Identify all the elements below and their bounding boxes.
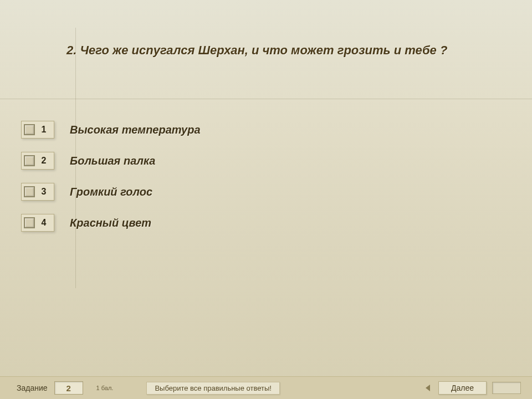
answer-checkbox-3[interactable]: 3 — [21, 183, 54, 201]
checkbox-icon — [24, 155, 35, 166]
answer-number: 2 — [35, 156, 54, 166]
answer-row: 3 Громкий голос — [21, 178, 201, 205]
answer-text: Большая палка — [70, 155, 155, 167]
answer-text: Громкий голос — [70, 186, 152, 198]
answer-number: 4 — [35, 218, 54, 228]
slide-stage: 2. Чего же испугался Шерхан, и что может… — [0, 0, 532, 399]
prev-arrow-icon[interactable] — [423, 382, 434, 393]
next-button[interactable]: Далее — [438, 381, 487, 395]
progress-box — [492, 382, 521, 394]
answer-row: 4 Красный цвет — [21, 209, 201, 236]
answers-block: 1 Высокая температура 2 Большая палка 3 … — [21, 116, 201, 241]
checkbox-icon — [24, 124, 35, 135]
answer-row: 1 Высокая температура — [21, 116, 201, 143]
answer-number: 1 — [35, 125, 54, 135]
svg-marker-0 — [426, 385, 430, 391]
task-label: Задание — [17, 383, 48, 392]
answer-row: 2 Большая палка — [21, 147, 201, 174]
question-text: 2. Чего же испугался Шерхан, и что может… — [66, 43, 521, 58]
checkbox-icon — [24, 217, 35, 228]
decor-h-line — [0, 99, 532, 99]
answer-checkbox-1[interactable]: 1 — [21, 121, 54, 139]
task-number-box: 2 — [54, 381, 83, 395]
answer-number: 3 — [35, 187, 54, 197]
points-label: 1 бал. — [96, 385, 114, 391]
answer-checkbox-4[interactable]: 4 — [21, 214, 54, 232]
answer-text: Красный цвет — [70, 217, 151, 229]
answer-text: Высокая температура — [70, 124, 201, 136]
answer-checkbox-2[interactable]: 2 — [21, 152, 54, 170]
checkbox-icon — [24, 186, 35, 197]
hint-text: Выберите все правильные ответы! — [146, 382, 280, 395]
bottom-bar: Задание 2 1 бал. Выберите все правильные… — [0, 376, 532, 399]
